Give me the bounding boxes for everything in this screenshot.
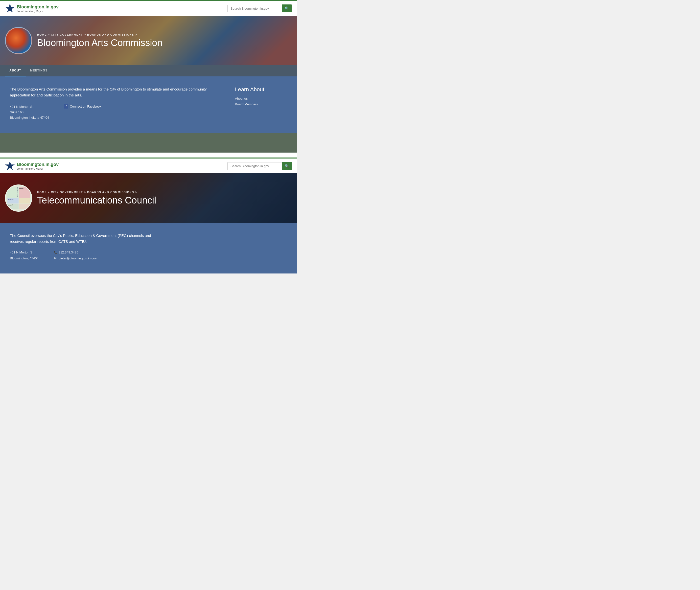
search-area-1: 🔍 <box>227 4 292 12</box>
search-button-1[interactable]: 🔍 <box>282 4 292 12</box>
sidebar-link-board-members[interactable]: Board Members <box>235 102 287 106</box>
hero-text-2: HOME > CITY GOVERNMENT > BOARDS AND COMM… <box>37 191 156 206</box>
logo-text-1: Bloomington.in.gov John Hamilton, Mayor <box>17 4 59 13</box>
breadcrumb-2: HOME > CITY GOVERNMENT > BOARDS AND COMM… <box>37 191 156 194</box>
tabs-nav-1: ABOUT MEETINGS <box>0 65 297 76</box>
search-input-2[interactable] <box>227 162 282 170</box>
email-icon: ✉ <box>54 256 57 260</box>
content-main-1: The Bloomington Arts Commission provides… <box>10 86 225 120</box>
breadcrumb-city-2[interactable]: CITY GOVERNMENT <box>51 191 83 194</box>
email-row: ✉ dietzr@bloomington.in.gov <box>54 256 97 261</box>
page-divider <box>0 153 297 158</box>
facebook-link-1[interactable]: f Connect on Facebook <box>64 104 101 109</box>
sidebar-links-1: About us Board Members <box>235 97 287 106</box>
hero-2: BROADCASTING FIXED SATELLITE Mobile® HOM… <box>0 173 297 223</box>
bloomington-logo-icon <box>5 3 15 13</box>
breadcrumb-home-2[interactable]: HOME <box>37 191 47 194</box>
breadcrumb-sep1: > <box>48 33 51 36</box>
address-block-2: 401 N Morton St Bloomington, 47404 <box>10 250 38 261</box>
description-2: The Council oversees the City's Public, … <box>10 233 158 244</box>
description-1: The Bloomington Arts Commission provides… <box>10 86 215 98</box>
hero-1: HOME > CITY GOVERNMENT > BOARDS AND COMM… <box>0 16 297 65</box>
logo-subtitle-1: John Hamilton, Mayor <box>17 10 59 13</box>
breadcrumb-home-1[interactable]: HOME <box>37 33 47 36</box>
contact-row-2: 401 N Morton St Bloomington, 47404 📞 812… <box>10 250 287 261</box>
facebook-icon: f <box>64 104 68 109</box>
sidebar-link-about[interactable]: About us <box>235 97 287 100</box>
search-input-1[interactable] <box>227 5 282 12</box>
phone-icon: 📞 <box>54 251 57 255</box>
address-block-1: 401 N Morton St Suite 160 Bloomington In… <box>10 104 49 120</box>
content-section-1: The Bloomington Arts Commission provides… <box>0 76 297 133</box>
address-line1-2: 401 N Morton St <box>10 250 38 255</box>
breadcrumb-boards-1[interactable]: BOARDS AND COMMISSIONS <box>87 33 134 36</box>
contact-columns-1: 401 N Morton St Suite 160 Bloomington In… <box>10 104 215 120</box>
contact-details-2: 📞 812.349.3485 ✉ dietzr@bloomington.in.g… <box>54 250 97 261</box>
address-line2-1: Suite 160 <box>10 110 49 115</box>
content-sidebar-1: Learn About About us Board Members <box>225 86 287 120</box>
address-line2-2: Bloomington, 47404 <box>10 256 38 261</box>
bloomington-logo-icon-2 <box>5 161 15 171</box>
facebook-col-1: f Connect on Facebook <box>64 104 101 120</box>
logo-subtitle-2: John Hamilton, Mayor <box>17 167 59 170</box>
breadcrumb-sep1-2: > <box>48 191 51 194</box>
email-link[interactable]: ✉ dietzr@bloomington.in.gov <box>54 256 97 261</box>
phone-link[interactable]: 📞 812.349.3485 <box>54 250 97 255</box>
breadcrumb-boards-2[interactable]: BOARDS AND COMMISSIONS <box>87 191 134 194</box>
gray-spacer-1 <box>0 133 297 153</box>
sidebar-heading-1: Learn About <box>235 86 287 93</box>
top-navbar-1: Bloomington.in.gov John Hamilton, Mayor … <box>0 0 297 16</box>
phone-row: 📞 812.349.3485 <box>54 250 97 255</box>
logo-title-2: Bloomington.in.gov <box>17 162 59 167</box>
search-area-2: 🔍 <box>227 162 292 170</box>
breadcrumb-sep2: > <box>84 33 87 36</box>
logo-area-2: Bloomington.in.gov John Hamilton, Mayor <box>5 161 59 171</box>
breadcrumb-sep2-2: > <box>84 191 87 194</box>
logo-text-2: Bloomington.in.gov John Hamilton, Mayor <box>17 162 59 170</box>
breadcrumb-sep3: > <box>135 33 137 36</box>
tab-meetings-1[interactable]: MEETINGS <box>26 65 52 76</box>
logo-area-1: Bloomington.in.gov John Hamilton, Mayor <box>5 3 59 13</box>
hero-text-1: HOME > CITY GOVERNMENT > BOARDS AND COMM… <box>37 33 163 48</box>
content-section-2: The Council oversees the City's Public, … <box>0 223 297 274</box>
breadcrumb-1: HOME > CITY GOVERNMENT > BOARDS AND COMM… <box>37 33 163 36</box>
telecom-chart: BROADCASTING FIXED SATELLITE Mobile® <box>7 187 30 209</box>
tab-about-1[interactable]: ABOUT <box>5 65 26 76</box>
address-line3-1: Bloomington Indiana 47404 <box>10 115 49 120</box>
commission-logo-circle <box>5 27 32 54</box>
page-title-2: Telecommunications Council <box>37 195 156 206</box>
breadcrumb-sep3-2: > <box>135 191 137 194</box>
search-button-2[interactable]: 🔍 <box>282 162 292 170</box>
address-line1-1: 401 N Morton St <box>10 104 49 110</box>
telecom-logo-circle: BROADCASTING FIXED SATELLITE Mobile® <box>5 185 32 212</box>
top-navbar-2: Bloomington.in.gov John Hamilton, Mayor … <box>0 158 297 173</box>
page-title-1: Bloomington Arts Commission <box>37 37 163 48</box>
breadcrumb-city-1[interactable]: CITY GOVERNMENT <box>51 33 83 36</box>
logo-title-1: Bloomington.in.gov <box>17 4 59 10</box>
